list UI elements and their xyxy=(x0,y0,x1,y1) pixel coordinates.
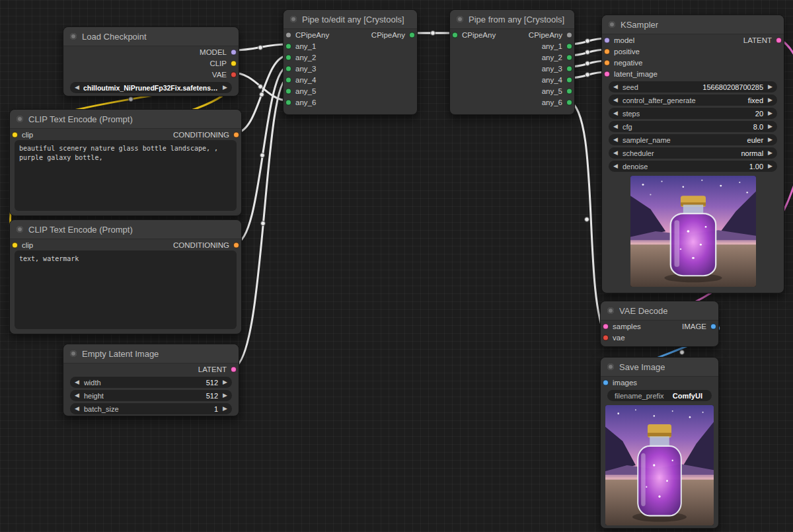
decrement-arrow-icon[interactable]: ◀ xyxy=(613,150,618,156)
conditioning-output-port[interactable] xyxy=(233,242,239,248)
any5-output-port[interactable] xyxy=(566,88,572,94)
node-ksampler[interactable]: KSampler model LATENT positive negative … xyxy=(601,15,784,293)
decrement-arrow-icon[interactable]: ◀ xyxy=(613,110,618,116)
decrement-arrow-icon[interactable]: ◀ xyxy=(613,137,618,143)
ckpt-name-combo[interactable]: ◀ chilloutmix_NiPrunedFp32Fix.safetensor… xyxy=(70,82,232,93)
positive-input-port[interactable] xyxy=(604,48,610,54)
node-header[interactable]: Pipe from any [Crystools] xyxy=(450,10,574,29)
steps-widget[interactable]: ◀ steps 20 ▶ xyxy=(609,108,777,119)
combo-left-arrow-icon[interactable]: ◀ xyxy=(75,85,79,91)
width-widget[interactable]: ◀ width 512 ▶ xyxy=(70,377,232,388)
decrement-arrow-icon[interactable]: ◀ xyxy=(613,84,618,90)
increment-arrow-icon[interactable]: ▶ xyxy=(768,84,773,90)
node-header[interactable]: Save Image xyxy=(601,358,718,377)
batch-size-widget[interactable]: ◀ batch_size 1 ▶ xyxy=(70,403,232,414)
decrement-arrow-icon[interactable]: ◀ xyxy=(613,163,618,169)
latent-output-port[interactable] xyxy=(776,37,782,43)
node-header[interactable]: KSampler xyxy=(602,15,784,34)
increment-arrow-icon[interactable]: ▶ xyxy=(768,163,773,169)
cpipeany-output-port[interactable] xyxy=(409,32,415,38)
any4-input-port[interactable] xyxy=(285,77,291,83)
collapse-dot-icon[interactable] xyxy=(17,116,23,122)
decrement-arrow-icon[interactable]: ◀ xyxy=(613,97,618,103)
collapse-dot-icon[interactable] xyxy=(607,307,614,314)
node-clip-text-encode-positive[interactable]: CLIP Text Encode (Prompt) clip CONDITION… xyxy=(9,109,242,216)
node-pipe-from-any[interactable]: Pipe from any [Crystools] CPipeAny CPipe… xyxy=(449,9,575,115)
collapse-dot-icon[interactable] xyxy=(607,363,614,370)
node-clip-text-encode-negative[interactable]: CLIP Text Encode (Prompt) clip CONDITION… xyxy=(9,219,242,334)
any1-output-port[interactable] xyxy=(566,43,572,49)
clip-output-port[interactable] xyxy=(231,60,237,66)
graph-canvas[interactable]: Load Checkpoint MODEL CLIP VAE ◀ chillou… xyxy=(0,0,793,532)
any2-input-port[interactable] xyxy=(285,54,291,60)
cpipeany-output-port[interactable] xyxy=(566,32,572,38)
node-header[interactable]: CLIP Text Encode (Prompt) xyxy=(10,110,241,129)
node-header[interactable]: Load Checkpoint xyxy=(63,27,239,46)
node-empty-latent-image[interactable]: Empty Latent Image LATENT ◀ width 512 ▶ … xyxy=(63,344,239,416)
samples-input-port[interactable] xyxy=(603,323,609,329)
increment-arrow-icon[interactable]: ▶ xyxy=(768,97,773,103)
node-save-image[interactable]: Save Image images filename_prefix ComfyU… xyxy=(600,357,719,529)
increment-arrow-icon[interactable]: ▶ xyxy=(768,110,773,116)
any6-output-port[interactable] xyxy=(566,99,572,105)
decrement-arrow-icon[interactable]: ◀ xyxy=(75,393,79,399)
increment-arrow-icon[interactable]: ▶ xyxy=(223,393,227,399)
filename-prefix-widget[interactable]: filename_prefix ComfyUI xyxy=(607,390,712,401)
node-header[interactable]: VAE Decode xyxy=(601,301,718,321)
any4-output-port[interactable] xyxy=(566,77,572,83)
node-title: Save Image xyxy=(619,362,665,372)
increment-arrow-icon[interactable]: ▶ xyxy=(768,124,773,130)
cpipeany-input-port[interactable] xyxy=(285,32,291,38)
collapse-dot-icon[interactable] xyxy=(70,350,77,357)
any5-input-port[interactable] xyxy=(285,88,291,94)
node-vae-decode[interactable]: VAE Decode samples IMAGE vae xyxy=(600,301,719,347)
model-output-port[interactable] xyxy=(231,49,237,55)
collapse-dot-icon[interactable] xyxy=(70,33,77,40)
sampler-name-widget[interactable]: ◀ sampler_name euler ▶ xyxy=(609,134,777,145)
collapse-dot-icon[interactable] xyxy=(17,226,23,233)
increment-arrow-icon[interactable]: ▶ xyxy=(768,137,773,143)
collapse-dot-icon[interactable] xyxy=(609,21,615,28)
any1-input-port[interactable] xyxy=(285,43,291,49)
decrement-arrow-icon[interactable]: ◀ xyxy=(75,379,79,385)
node-load-checkpoint[interactable]: Load Checkpoint MODEL CLIP VAE ◀ chillou… xyxy=(63,26,239,96)
node-header[interactable]: Pipe to/edit any [Crystools] xyxy=(283,10,417,29)
collapse-dot-icon[interactable] xyxy=(457,16,463,22)
vae-input-port[interactable] xyxy=(603,334,609,340)
combo-right-arrow-icon[interactable]: ▶ xyxy=(223,85,227,91)
cfg-widget[interactable]: ◀ cfg 8.0 ▶ xyxy=(609,121,777,132)
port-label: images xyxy=(613,379,637,387)
clip-input-port[interactable] xyxy=(12,242,18,248)
node-pipe-to-edit-any[interactable]: Pipe to/edit any [Crystools] CPipeAny CP… xyxy=(283,9,418,115)
negative-prompt-textarea[interactable]: text, watermark xyxy=(15,250,237,329)
increment-arrow-icon[interactable]: ▶ xyxy=(223,379,227,385)
positive-prompt-textarea[interactable]: beautiful scenery nature glass bottle la… xyxy=(15,140,237,211)
latent-image-input-port[interactable] xyxy=(604,71,610,77)
clip-input-port[interactable] xyxy=(12,132,18,137)
collapse-dot-icon[interactable] xyxy=(290,16,297,22)
images-input-port[interactable] xyxy=(603,379,609,385)
port-row: any_3 xyxy=(450,63,574,74)
any2-output-port[interactable] xyxy=(566,54,572,60)
vae-output-port[interactable] xyxy=(231,71,237,77)
height-widget[interactable]: ◀ height 512 ▶ xyxy=(70,390,232,401)
decrement-arrow-icon[interactable]: ◀ xyxy=(613,124,618,130)
increment-arrow-icon[interactable]: ▶ xyxy=(768,150,773,156)
any6-input-port[interactable] xyxy=(285,99,291,105)
control-after-generate-widget[interactable]: ◀ control_after_generate fixed ▶ xyxy=(609,95,777,106)
node-header[interactable]: CLIP Text Encode (Prompt) xyxy=(10,220,241,239)
scheduler-widget[interactable]: ◀ scheduler normal ▶ xyxy=(609,147,777,159)
any3-output-port[interactable] xyxy=(566,65,572,71)
node-header[interactable]: Empty Latent Image xyxy=(63,344,239,363)
increment-arrow-icon[interactable]: ▶ xyxy=(223,406,227,412)
model-input-port[interactable] xyxy=(604,37,610,43)
negative-input-port[interactable] xyxy=(604,59,610,65)
denoise-widget[interactable]: ◀ denoise 1.00 ▶ xyxy=(609,161,777,172)
cpipeany-input-port[interactable] xyxy=(452,32,458,38)
conditioning-output-port[interactable] xyxy=(233,132,239,137)
decrement-arrow-icon[interactable]: ◀ xyxy=(75,406,79,412)
image-output-port[interactable] xyxy=(710,323,716,329)
seed-widget[interactable]: ◀ seed 156680208700285 ▶ xyxy=(609,81,777,93)
any3-input-port[interactable] xyxy=(285,65,291,71)
latent-output-port[interactable] xyxy=(231,366,237,372)
